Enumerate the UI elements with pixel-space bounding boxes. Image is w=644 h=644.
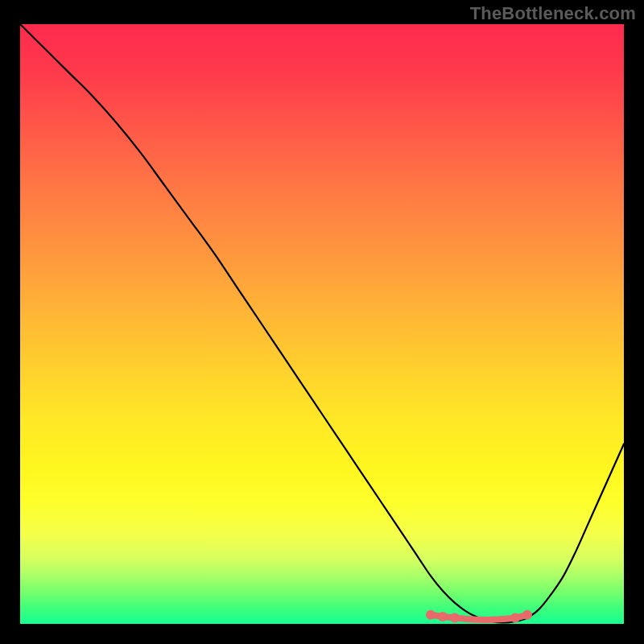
optimal-range-dot [450, 613, 460, 623]
optimal-range-dot [438, 612, 448, 621]
watermark-label: TheBottleneck.com [470, 3, 636, 24]
curve-layer [20, 24, 624, 624]
chart-frame: TheBottleneck.com [0, 0, 644, 644]
bottleneck-curve [20, 24, 624, 623]
plot-area [20, 24, 624, 624]
optimal-range-dot [510, 613, 520, 623]
optimal-range-dot [522, 610, 532, 620]
optimal-range-dot [426, 610, 436, 620]
